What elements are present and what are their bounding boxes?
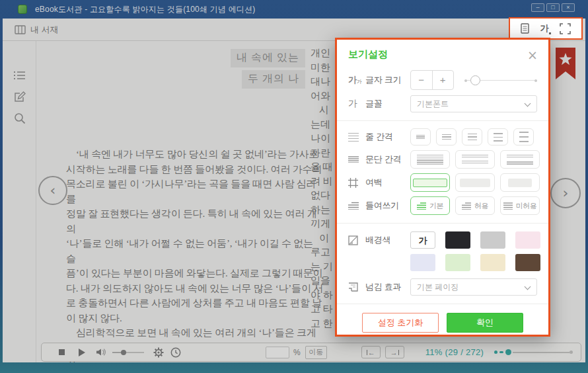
paragraph-spacing-option-3[interactable] — [500, 150, 540, 169]
paragraph-spacing-label: 문단 간격 — [365, 153, 401, 165]
panel-close-icon[interactable]: × — [527, 50, 538, 60]
indent-option-disallow[interactable]: 미허용 — [500, 196, 540, 215]
reset-settings-button[interactable]: 설정 초기화 — [362, 313, 439, 333]
font-size-slider-thumb[interactable] — [470, 75, 480, 85]
book-info-icon[interactable] — [521, 23, 529, 34]
line-spacing-icon — [348, 133, 365, 142]
chevron-down-icon — [525, 101, 531, 107]
app-window: eBook도서관 - 고요할수록 밝아지는 것들(100쇄 기념 에디션) – … — [0, 0, 588, 373]
bg-swatch-dark[interactable] — [445, 231, 470, 249]
paragraph-spacing-option-2[interactable] — [455, 150, 495, 169]
font-size-stepper[interactable]: − + — [410, 70, 454, 90]
page-turn-effect-label: 넘김 효과 — [365, 281, 401, 293]
indent-option-allow[interactable]: 허용 — [455, 196, 495, 215]
line-spacing-option-3[interactable] — [462, 128, 482, 145]
font-family-dropdown[interactable]: 기본폰트 — [410, 95, 537, 112]
page-turn-effect-dropdown[interactable]: 기본 페이징 — [410, 278, 537, 296]
bg-swatch-beige[interactable] — [480, 254, 505, 271]
line-spacing-option-5[interactable] — [513, 128, 534, 145]
indent-option-default-selected[interactable]: 기본 — [410, 196, 450, 215]
margin-option-3[interactable] — [500, 173, 540, 192]
font-family-value: 기본폰트 — [417, 99, 449, 110]
line-spacing-option-1[interactable] — [410, 128, 431, 145]
chevron-down-icon — [525, 284, 531, 290]
view-tools-highlight-box: 가 — [509, 17, 583, 40]
background-color-label: 배경색 — [365, 234, 390, 246]
view-settings-icon[interactable]: 가 — [540, 22, 548, 34]
indent-option-label: 허용 — [474, 201, 488, 211]
margin-option-2[interactable] — [455, 173, 495, 192]
font-size-icon: 가가 — [348, 74, 365, 86]
page-turn-effect-icon — [348, 282, 365, 292]
margin-icon — [348, 178, 365, 188]
font-size-slider[interactable] — [464, 75, 537, 85]
line-spacing-option-2[interactable] — [436, 128, 457, 145]
page-turn-effect-value: 기본 페이징 — [417, 282, 459, 293]
view-settings-panel: 보기설정 × 가가 글자 크기 − + — [335, 38, 550, 337]
bg-swatch-brown[interactable] — [515, 254, 540, 271]
paragraph-spacing-icon — [348, 156, 365, 163]
font-family-label: 글꼴 — [365, 98, 382, 110]
bg-swatch-pink[interactable] — [515, 231, 540, 249]
bg-swatch-lavender[interactable] — [410, 254, 435, 271]
line-spacing-option-4[interactable] — [488, 128, 508, 145]
font-size-increase-button[interactable]: + — [433, 71, 454, 89]
indent-icon — [348, 202, 365, 210]
font-size-decrease-button[interactable]: − — [411, 71, 433, 89]
bg-swatch-white[interactable]: 가 — [410, 231, 435, 249]
indent-option-label: 미허용 — [516, 201, 537, 211]
margin-label: 여백 — [365, 177, 382, 188]
font-family-icon: 가 — [348, 98, 365, 110]
background-color-icon — [348, 235, 365, 245]
line-spacing-label: 줄 간격 — [365, 131, 392, 143]
bg-swatch-green[interactable] — [445, 254, 470, 271]
font-size-label: 글자 크기 — [365, 74, 401, 86]
fullscreen-icon[interactable] — [560, 23, 571, 34]
paragraph-spacing-option-1[interactable] — [410, 150, 450, 169]
indent-option-label: 기본 — [429, 201, 443, 211]
bg-swatch-gray[interactable] — [480, 231, 505, 249]
indent-label: 들여쓰기 — [365, 200, 399, 212]
margin-option-1-selected[interactable] — [410, 173, 450, 192]
confirm-button[interactable]: 확인 — [447, 313, 523, 333]
panel-title: 보기설정 — [348, 48, 388, 61]
